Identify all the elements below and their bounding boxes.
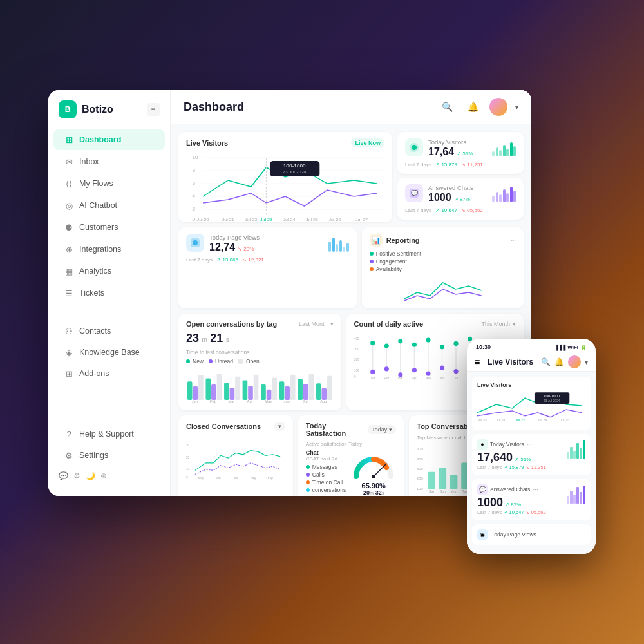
customers-icon: ⚈	[64, 222, 74, 232]
nav-item-tickets[interactable]: ☰ Tickets	[53, 283, 165, 303]
nav-item-knowledge[interactable]: ◈ Knowledge Base	[53, 342, 165, 363]
search-button[interactable]: 🔍	[438, 98, 456, 116]
mobile-notification-button[interactable]: 🔔	[554, 357, 564, 366]
today-visitors-label: Today Visitors	[428, 138, 487, 146]
svg-point-83	[439, 366, 444, 370]
open-conv-title: Open conversations by tag	[186, 320, 277, 328]
top-bar-actions: 🔍 🔔 ▾	[438, 98, 518, 116]
page-views-label: Today Page Views	[209, 234, 323, 241]
open-conv-period[interactable]: Last Month ▾	[299, 321, 334, 327]
contacts-icon: ⚇	[64, 326, 74, 336]
svg-rect-123	[439, 468, 447, 489]
mobile-pv-more[interactable]: ···	[580, 531, 585, 538]
svg-rect-42	[267, 390, 272, 400]
svg-rect-122	[428, 472, 436, 489]
svg-text:0: 0	[354, 375, 356, 379]
svg-rect-124	[450, 475, 458, 489]
svg-text:500: 500	[417, 447, 423, 451]
dashboard-icon: ⊞	[64, 135, 74, 145]
svg-rect-41	[261, 384, 266, 400]
svg-text:May: May	[265, 399, 272, 403]
analytics-icon: ▦	[64, 266, 74, 276]
svg-rect-36	[230, 388, 235, 400]
mobile-ac-more[interactable]: ···	[533, 486, 538, 493]
svg-text:Mar: Mar	[398, 377, 403, 380]
svg-text:Apr: Apr	[247, 399, 253, 403]
mobile-ac-icon: 💬	[477, 484, 488, 495]
satisfaction-sub: Active satisfaction Today	[306, 441, 396, 447]
svg-text:Mar: Mar	[229, 399, 235, 403]
avatar[interactable]	[489, 98, 507, 116]
collapse-sidebar-button[interactable]: ≡	[147, 103, 160, 116]
mobile-avatar-dropdown[interactable]: ▾	[585, 359, 588, 366]
nav-item-help[interactable]: ? Help & Support	[53, 424, 165, 444]
reporting-icon: 📊	[370, 234, 383, 247]
svg-rect-48	[303, 384, 308, 400]
page-views-icon	[186, 234, 204, 252]
app-name: Botizo	[82, 104, 142, 115]
svg-point-79	[426, 337, 430, 342]
svg-text:Jun: Jun	[216, 477, 221, 480]
svg-text:May: May	[198, 477, 204, 480]
integrations-icon: ⊕	[64, 244, 74, 254]
page-views-minibars	[328, 236, 349, 252]
reporting-title: Reporting	[386, 236, 420, 244]
nav-item-aichatbot[interactable]: ◎ AI Chatbot	[53, 195, 165, 216]
svg-text:200: 200	[354, 358, 359, 361]
reporting-card: 📊 Reporting ··· Positive Sentiment Engag…	[362, 227, 524, 308]
svg-rect-34	[217, 374, 222, 400]
svg-text:30: 30	[186, 444, 190, 447]
add-icon: ⊕	[100, 471, 107, 480]
satisfaction-period[interactable]: Today ▾	[368, 425, 396, 434]
svg-text:2: 2	[192, 207, 195, 212]
live-visitors-title: Live Visitors	[186, 139, 228, 147]
nav-item-integrations[interactable]: ⊕ Integrations	[53, 239, 165, 260]
svg-text:Sep: Sep	[268, 477, 274, 480]
svg-line-115	[374, 464, 386, 477]
today-visitors-card: Today Visitors 17,64 ↗ 51%	[397, 132, 524, 174]
nav-item-dashboard[interactable]: ⊞ Dashboard	[53, 129, 165, 150]
svg-rect-30	[193, 386, 198, 400]
nav-item-myflows[interactable]: ⟨⟩ My Flows	[53, 173, 165, 194]
user-dropdown[interactable]: ▾	[515, 104, 518, 111]
svg-point-85	[453, 341, 458, 346]
svg-text:300: 300	[354, 348, 359, 351]
mobile-top-bar: ≡ Live Visitors 🔍 🔔 ▾	[467, 353, 596, 372]
svg-rect-49	[308, 374, 314, 400]
svg-rect-45	[285, 386, 290, 400]
nav-item-contacts[interactable]: ⚇ Contacts	[53, 321, 165, 341]
svg-text:200: 200	[417, 477, 423, 480]
svg-text:23 Jul 2024: 23 Jul 2024	[544, 399, 560, 402]
mobile-search-button[interactable]: 🔍	[541, 357, 551, 366]
live-visitors-chart: 10 8 6 4 2 0	[186, 151, 384, 216]
svg-text:Jul 21: Jul 21	[497, 418, 506, 422]
notification-button[interactable]: 🔔	[464, 98, 482, 116]
mobile-time: 10:30	[476, 344, 491, 350]
svg-text:Jul 25: Jul 25	[560, 418, 569, 422]
closed-conv-dropdown[interactable]: ▾	[274, 422, 285, 431]
mobile-page-title: Live Visitors	[488, 357, 533, 366]
nav-item-inbox[interactable]: ✉ Inbox	[53, 151, 165, 172]
mobile-avatar[interactable]	[568, 355, 581, 368]
svg-text:Mon: Mon	[451, 489, 457, 493]
svg-text:Sun: Sun	[440, 489, 446, 493]
svg-text:Jul: Jul	[234, 477, 238, 480]
mobile-pv-icon: ◉	[477, 529, 488, 540]
chat-icon: 💬	[59, 471, 68, 480]
mobile-menu-button[interactable]: ≡	[475, 357, 480, 367]
nav-item-addons[interactable]: ⊞ Add-ons	[53, 363, 165, 384]
reporting-more[interactable]: ···	[511, 237, 516, 243]
daily-active-period[interactable]: This Month ▾	[481, 321, 516, 327]
logo-icon: B	[59, 100, 77, 118]
svg-rect-51	[321, 388, 327, 400]
nav-item-customers[interactable]: ⚈ Customers	[53, 217, 165, 238]
svg-text:300: 300	[417, 467, 423, 471]
svg-text:Jul 20: Jul 20	[197, 218, 209, 222]
nav-item-settings[interactable]: ⚙ Settings	[53, 445, 165, 466]
open-conv-chart: Jan Feb Mar Apr May Jun Jul Aug	[186, 368, 334, 404]
svg-rect-38	[243, 380, 248, 399]
nav-item-analytics[interactable]: ▦ Analytics	[53, 261, 165, 281]
sidebar: B Botizo ≡ ⊞ Dashboard ✉ Inbox ⟨⟩ My Flo…	[48, 90, 171, 496]
mobile-tv-more[interactable]: ···	[527, 441, 532, 448]
svg-point-70	[384, 343, 388, 348]
